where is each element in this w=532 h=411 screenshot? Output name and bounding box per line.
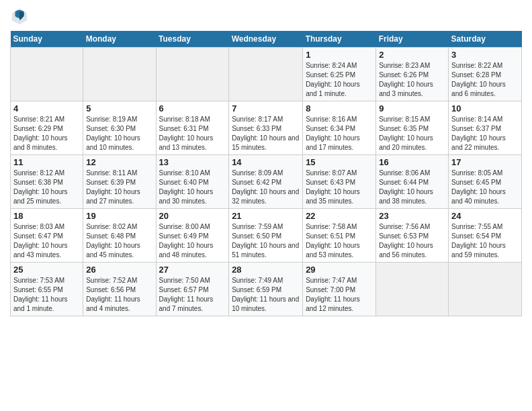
calendar-cell: 11Sunrise: 8:12 AM Sunset: 6:38 PM Dayli… xyxy=(11,155,83,209)
day-info: Sunrise: 7:53 AM Sunset: 6:55 PM Dayligh… xyxy=(13,276,80,314)
logo-icon xyxy=(10,7,29,26)
calendar-week-row: 25Sunrise: 7:53 AM Sunset: 6:55 PM Dayli… xyxy=(11,263,522,316)
day-info: Sunrise: 8:22 AM Sunset: 6:28 PM Dayligh… xyxy=(451,61,519,99)
day-info: Sunrise: 8:10 AM Sunset: 6:40 PM Dayligh… xyxy=(159,169,226,206)
day-number: 22 xyxy=(306,211,373,221)
day-info: Sunrise: 8:21 AM Sunset: 6:29 PM Dayligh… xyxy=(13,115,80,152)
day-info: Sunrise: 7:56 AM Sunset: 6:53 PM Dayligh… xyxy=(379,222,445,260)
calendar-week-row: 11Sunrise: 8:12 AM Sunset: 6:38 PM Dayli… xyxy=(11,155,522,209)
calendar-cell: 7Sunrise: 8:17 AM Sunset: 6:33 PM Daylig… xyxy=(229,101,303,155)
day-number: 28 xyxy=(232,265,300,275)
day-number: 20 xyxy=(159,211,226,221)
day-info: Sunrise: 8:15 AM Sunset: 6:35 PM Dayligh… xyxy=(379,115,445,152)
day-info: Sunrise: 8:03 AM Sunset: 6:47 PM Dayligh… xyxy=(13,222,80,260)
calendar-cell: 6Sunrise: 8:18 AM Sunset: 6:31 PM Daylig… xyxy=(156,101,229,155)
day-info: Sunrise: 7:52 AM Sunset: 6:56 PM Dayligh… xyxy=(86,276,152,314)
weekday-header-cell: Sunday xyxy=(11,31,83,48)
page-container: SundayMondayTuesdayWednesdayThursdayFrid… xyxy=(0,0,532,323)
day-info: Sunrise: 8:06 AM Sunset: 6:44 PM Dayligh… xyxy=(379,169,445,206)
day-info: Sunrise: 7:55 AM Sunset: 6:54 PM Dayligh… xyxy=(451,222,519,260)
calendar-cell: 13Sunrise: 8:10 AM Sunset: 6:40 PM Dayli… xyxy=(156,155,229,209)
day-number: 9 xyxy=(379,103,445,113)
weekday-header-cell: Friday xyxy=(376,31,449,48)
header xyxy=(10,7,522,26)
day-number: 7 xyxy=(232,103,300,113)
day-info: Sunrise: 8:07 AM Sunset: 6:43 PM Dayligh… xyxy=(306,169,373,206)
day-number: 5 xyxy=(86,103,152,113)
weekday-header-row: SundayMondayTuesdayWednesdayThursdayFrid… xyxy=(11,31,522,48)
day-info: Sunrise: 8:09 AM Sunset: 6:42 PM Dayligh… xyxy=(232,169,300,206)
calendar-cell: 14Sunrise: 8:09 AM Sunset: 6:42 PM Dayli… xyxy=(229,155,303,209)
calendar-cell: 5Sunrise: 8:19 AM Sunset: 6:30 PM Daylig… xyxy=(83,101,156,155)
day-info: Sunrise: 8:16 AM Sunset: 6:34 PM Dayligh… xyxy=(306,115,373,152)
weekday-header-cell: Thursday xyxy=(303,31,376,48)
day-number: 12 xyxy=(86,157,152,167)
calendar-cell xyxy=(83,48,156,101)
calendar-cell: 25Sunrise: 7:53 AM Sunset: 6:55 PM Dayli… xyxy=(11,263,83,316)
calendar-cell: 23Sunrise: 7:56 AM Sunset: 6:53 PM Dayli… xyxy=(376,209,449,263)
day-number: 27 xyxy=(159,265,226,275)
calendar-cell: 12Sunrise: 8:11 AM Sunset: 6:39 PM Dayli… xyxy=(83,155,156,209)
weekday-header-cell: Monday xyxy=(83,31,156,48)
calendar-cell xyxy=(376,263,449,316)
calendar-cell: 9Sunrise: 8:15 AM Sunset: 6:35 PM Daylig… xyxy=(376,101,449,155)
day-info: Sunrise: 7:50 AM Sunset: 6:57 PM Dayligh… xyxy=(159,276,226,314)
day-info: Sunrise: 8:23 AM Sunset: 6:26 PM Dayligh… xyxy=(379,61,445,99)
day-info: Sunrise: 7:58 AM Sunset: 6:51 PM Dayligh… xyxy=(306,222,373,260)
calendar-cell xyxy=(11,48,83,101)
calendar-cell: 21Sunrise: 7:59 AM Sunset: 6:50 PM Dayli… xyxy=(229,209,303,263)
calendar-cell: 24Sunrise: 7:55 AM Sunset: 6:54 PM Dayli… xyxy=(449,209,522,263)
day-number: 8 xyxy=(306,103,373,113)
calendar-cell: 2Sunrise: 8:23 AM Sunset: 6:26 PM Daylig… xyxy=(376,48,449,101)
day-info: Sunrise: 8:18 AM Sunset: 6:31 PM Dayligh… xyxy=(159,115,226,152)
day-info: Sunrise: 8:14 AM Sunset: 6:37 PM Dayligh… xyxy=(451,115,519,152)
day-number: 25 xyxy=(13,265,80,275)
calendar-cell: 1Sunrise: 8:24 AM Sunset: 6:25 PM Daylig… xyxy=(303,48,376,101)
day-number: 10 xyxy=(451,103,519,113)
day-info: Sunrise: 8:17 AM Sunset: 6:33 PM Dayligh… xyxy=(232,115,300,152)
calendar-week-row: 4Sunrise: 8:21 AM Sunset: 6:29 PM Daylig… xyxy=(11,101,522,155)
calendar-cell: 27Sunrise: 7:50 AM Sunset: 6:57 PM Dayli… xyxy=(156,263,229,316)
day-number: 13 xyxy=(159,157,226,167)
day-number: 24 xyxy=(451,211,519,221)
day-number: 23 xyxy=(379,211,445,221)
day-number: 4 xyxy=(13,103,80,113)
day-number: 2 xyxy=(379,50,445,60)
calendar-cell: 28Sunrise: 7:49 AM Sunset: 6:59 PM Dayli… xyxy=(229,263,303,316)
day-number: 18 xyxy=(13,211,80,221)
calendar-cell: 19Sunrise: 8:02 AM Sunset: 6:48 PM Dayli… xyxy=(83,209,156,263)
day-number: 21 xyxy=(232,211,300,221)
day-number: 19 xyxy=(86,211,152,221)
calendar-cell xyxy=(229,48,303,101)
day-info: Sunrise: 8:00 AM Sunset: 6:49 PM Dayligh… xyxy=(159,222,226,260)
day-number: 6 xyxy=(159,103,226,113)
day-number: 11 xyxy=(13,157,80,167)
day-number: 16 xyxy=(379,157,445,167)
calendar-cell: 10Sunrise: 8:14 AM Sunset: 6:37 PM Dayli… xyxy=(449,101,522,155)
calendar-cell: 3Sunrise: 8:22 AM Sunset: 6:28 PM Daylig… xyxy=(449,48,522,101)
weekday-header-cell: Tuesday xyxy=(156,31,229,48)
day-info: Sunrise: 7:47 AM Sunset: 7:00 PM Dayligh… xyxy=(306,276,373,314)
calendar-cell: 15Sunrise: 8:07 AM Sunset: 6:43 PM Dayli… xyxy=(303,155,376,209)
calendar-body: 1Sunrise: 8:24 AM Sunset: 6:25 PM Daylig… xyxy=(11,48,522,316)
logo xyxy=(10,7,30,26)
weekday-header-cell: Wednesday xyxy=(229,31,303,48)
calendar-cell: 4Sunrise: 8:21 AM Sunset: 6:29 PM Daylig… xyxy=(11,101,83,155)
day-info: Sunrise: 8:24 AM Sunset: 6:25 PM Dayligh… xyxy=(306,61,373,99)
day-number: 26 xyxy=(86,265,152,275)
calendar-cell xyxy=(156,48,229,101)
calendar-cell: 18Sunrise: 8:03 AM Sunset: 6:47 PM Dayli… xyxy=(11,209,83,263)
day-number: 15 xyxy=(306,157,373,167)
day-info: Sunrise: 8:19 AM Sunset: 6:30 PM Dayligh… xyxy=(86,115,152,152)
calendar-cell: 29Sunrise: 7:47 AM Sunset: 7:00 PM Dayli… xyxy=(303,263,376,316)
day-info: Sunrise: 7:49 AM Sunset: 6:59 PM Dayligh… xyxy=(232,276,300,314)
calendar-cell: 22Sunrise: 7:58 AM Sunset: 6:51 PM Dayli… xyxy=(303,209,376,263)
calendar-cell: 20Sunrise: 8:00 AM Sunset: 6:49 PM Dayli… xyxy=(156,209,229,263)
day-info: Sunrise: 8:02 AM Sunset: 6:48 PM Dayligh… xyxy=(86,222,152,260)
day-info: Sunrise: 8:11 AM Sunset: 6:39 PM Dayligh… xyxy=(86,169,152,206)
calendar-week-row: 1Sunrise: 8:24 AM Sunset: 6:25 PM Daylig… xyxy=(11,48,522,101)
calendar-cell xyxy=(449,263,522,316)
calendar-cell: 16Sunrise: 8:06 AM Sunset: 6:44 PM Dayli… xyxy=(376,155,449,209)
calendar-table: SundayMondayTuesdayWednesdayThursdayFrid… xyxy=(10,31,522,316)
day-info: Sunrise: 8:05 AM Sunset: 6:45 PM Dayligh… xyxy=(451,169,519,206)
